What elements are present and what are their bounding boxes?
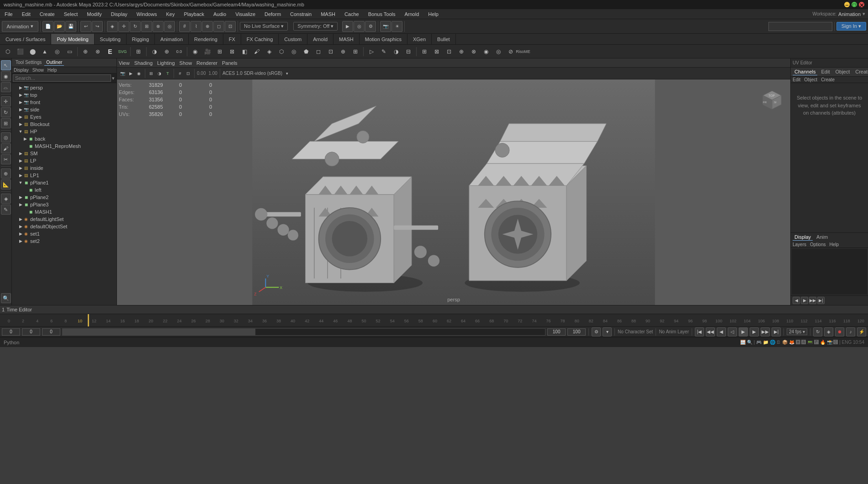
- timeline-tick-24[interactable]: 24: [172, 318, 186, 323]
- shelf-cloth-button[interactable]: ⬟: [300, 46, 312, 58]
- tool-settings-tab[interactable]: Tool Settings: [14, 59, 43, 66]
- viewport-menu-view[interactable]: View: [119, 60, 130, 66]
- outliner-search-input[interactable]: [13, 74, 111, 82]
- shelf-focus-button[interactable]: 0.0: [173, 46, 185, 58]
- layer-next-button[interactable]: ▶: [801, 297, 808, 304]
- menu-select[interactable]: Select: [62, 11, 80, 18]
- pc-prev-start-button[interactable]: |◀: [695, 327, 704, 337]
- timeline[interactable]: 0246810121416182022242628303234363840424…: [0, 314, 868, 327]
- tab-custom[interactable]: Custom: [279, 34, 307, 44]
- tree-item-pplane1[interactable]: ▼ ◼ pPlane1: [12, 179, 116, 186]
- shelf-select-v-button[interactable]: ▷: [365, 46, 377, 58]
- move-button[interactable]: ✛: [1, 96, 11, 106]
- pc-next-key-button[interactable]: ▶▶: [761, 327, 770, 337]
- timeline-tick-16[interactable]: 16: [116, 318, 130, 323]
- snap-surface-button[interactable]: ◻: [213, 21, 224, 32]
- timeline-tick-92[interactable]: 92: [655, 318, 669, 323]
- timeline-tick-98[interactable]: 98: [698, 318, 712, 323]
- workspace-value[interactable]: Animation: [838, 11, 861, 17]
- shelf-right8-button[interactable]: ⊘: [505, 46, 517, 58]
- select-tool-button[interactable]: ◈: [107, 21, 118, 32]
- pc-record-button[interactable]: ⏺: [835, 327, 844, 337]
- pc-audio-button[interactable]: ♪: [846, 327, 855, 337]
- timeline-tick-106[interactable]: 106: [754, 318, 768, 323]
- tree-item-hp[interactable]: ▼ ▤ HP: [12, 128, 116, 135]
- camera-button[interactable]: 📷: [380, 21, 391, 32]
- maximize-button[interactable]: □: [852, 2, 857, 7]
- tree-item-mash1[interactable]: ◼ MASH1: [12, 208, 116, 216]
- sign-in-button[interactable]: Sign In ▾: [836, 22, 866, 31]
- shelf-paint-button[interactable]: 🖌: [251, 46, 263, 58]
- timeline-tick-56[interactable]: 56: [399, 318, 413, 323]
- shelf-wireframe-button[interactable]: ⊞: [132, 46, 144, 58]
- pc-settings-button[interactable]: ⚙: [592, 327, 601, 337]
- timeline-tick-20[interactable]: 20: [144, 318, 158, 323]
- close-button[interactable]: ✕: [859, 2, 864, 7]
- tree-item-blockout[interactable]: ▶ ▤ Blockout: [12, 121, 116, 128]
- tree-item-front[interactable]: ▶ 📷 front: [12, 99, 116, 106]
- timeline-tick-34[interactable]: 34: [243, 318, 257, 323]
- timeline-tick-40[interactable]: 40: [286, 318, 300, 323]
- timeline-tick-48[interactable]: 48: [343, 318, 357, 323]
- shelf-grid-button[interactable]: ⊞: [214, 46, 226, 58]
- viewport-menu-shading[interactable]: Shading: [134, 60, 153, 66]
- open-file-button[interactable]: 📂: [54, 21, 65, 32]
- timeline-tick-46[interactable]: 46: [328, 318, 343, 323]
- vp-hud-button[interactable]: ⊡: [185, 70, 192, 77]
- timeline-tick-114[interactable]: 114: [811, 318, 825, 323]
- save-file-button[interactable]: 💾: [65, 21, 76, 32]
- channel-create-menu[interactable]: Create: [821, 77, 835, 82]
- timeline-tick-84[interactable]: 84: [598, 318, 612, 323]
- timeline-tick-96[interactable]: 96: [683, 318, 698, 323]
- timeline-tick-110[interactable]: 110: [783, 318, 797, 323]
- outliner-help-menu[interactable]: Help: [48, 68, 57, 73]
- timeline-tick-102[interactable]: 102: [726, 318, 740, 323]
- tab-rendering[interactable]: Rendering: [189, 34, 223, 44]
- shelf-right6-button[interactable]: ◉: [480, 46, 492, 58]
- menu-create[interactable]: Create: [38, 11, 57, 18]
- timeline-tick-62[interactable]: 62: [442, 318, 456, 323]
- channel-edit-menu[interactable]: Edit: [793, 77, 800, 82]
- shelf-separate-button[interactable]: ⊗: [92, 46, 104, 58]
- pc-next-end-button[interactable]: ▶|: [772, 327, 781, 337]
- timeline-tick-32[interactable]: 32: [229, 318, 243, 323]
- tab-rigging[interactable]: Rigging: [127, 34, 155, 44]
- vp-wireframe-button[interactable]: ⊞: [148, 70, 155, 77]
- shelf-uv-button[interactable]: ⊞: [349, 46, 361, 58]
- menu-visualize[interactable]: Visualize: [233, 11, 257, 18]
- tree-item-inside[interactable]: ▶ ▤ inside: [12, 164, 116, 172]
- select-mode-button[interactable]: ↖: [1, 60, 11, 70]
- timeline-tick-28[interactable]: 28: [201, 318, 215, 323]
- layers-menu[interactable]: Layers: [793, 242, 806, 247]
- timeline-tick-10[interactable]: 10: [73, 318, 87, 323]
- shelf-camera-button[interactable]: 🎥: [201, 46, 213, 58]
- tab-fx-caching[interactable]: FX Caching: [241, 34, 279, 44]
- viewport-menu-lighting[interactable]: Lighting: [157, 60, 175, 66]
- search-button[interactable]: 🔍: [1, 293, 11, 303]
- timeline-tick-94[interactable]: 94: [669, 318, 683, 323]
- timeline-tick-116[interactable]: 116: [826, 318, 840, 323]
- menu-constrain[interactable]: Constrain: [288, 11, 313, 18]
- menu-cache[interactable]: Cache: [343, 11, 361, 18]
- timeline-tick-54[interactable]: 54: [385, 318, 399, 323]
- timeline-tick-4[interactable]: 4: [30, 318, 44, 323]
- shelf-right5-button[interactable]: ⊗: [468, 46, 480, 58]
- render-button[interactable]: ▶: [342, 21, 353, 32]
- menu-audio[interactable]: Audio: [212, 11, 228, 18]
- layer-end-button[interactable]: ▶|: [817, 297, 825, 304]
- timeline-tick-26[interactable]: 26: [186, 318, 201, 323]
- animation-dropdown[interactable]: Animation ▾: [2, 21, 38, 32]
- timeline-tick-52[interactable]: 52: [371, 318, 385, 323]
- paint-effects-button[interactable]: ✎: [1, 205, 11, 215]
- rotate-button[interactable]: ↻: [1, 107, 11, 117]
- shelf-lattice-button[interactable]: ⊟: [402, 46, 414, 58]
- timeline-tick-74[interactable]: 74: [527, 318, 541, 323]
- tab-bullet[interactable]: Bullet: [432, 34, 456, 44]
- tree-item-left[interactable]: ◼ left: [12, 186, 116, 194]
- timeline-tick-18[interactable]: 18: [130, 318, 144, 323]
- tree-item-mash1-repromesh[interactable]: ◼ MASH1_ReproMesh: [12, 142, 116, 150]
- timeline-tick-30[interactable]: 30: [215, 318, 229, 323]
- outliner-display-menu[interactable]: Display: [14, 68, 29, 73]
- menu-key[interactable]: Key: [164, 11, 176, 18]
- shelf-svg-button[interactable]: SVG: [116, 46, 128, 58]
